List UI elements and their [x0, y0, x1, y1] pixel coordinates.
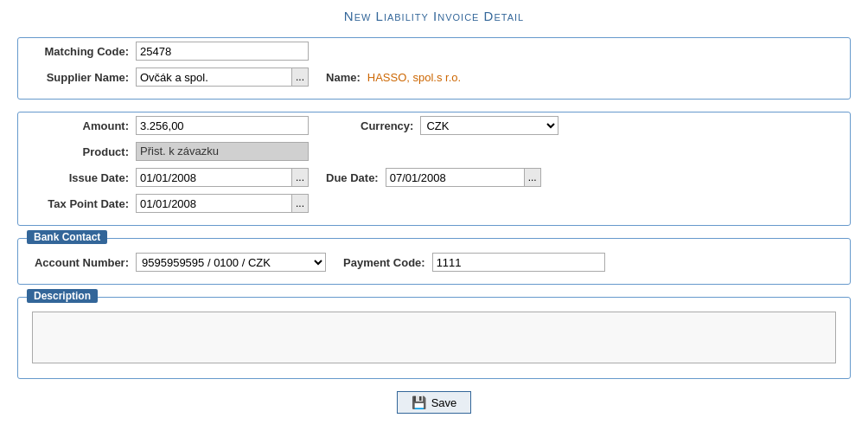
currency-select[interactable]: CZK EUR USD — [420, 116, 558, 135]
description-legend: Description — [27, 289, 98, 303]
page-title: New Liability Invoice Detail — [17, 9, 851, 23]
currency-label: Currency: — [361, 119, 420, 132]
payment-code-input[interactable] — [432, 253, 605, 272]
amount-label: Amount: — [32, 119, 136, 132]
issue-due-date-row: Issue Date: ... Due Date: ... — [32, 168, 836, 187]
product-field: Přist. k závazku — [136, 142, 309, 161]
save-label: Save — [431, 396, 457, 409]
amount-input[interactable] — [136, 116, 309, 135]
due-date-input[interactable] — [386, 168, 524, 187]
issue-date-label: Issue Date: — [32, 171, 136, 184]
matching-code-row: Matching Code: — [32, 42, 836, 61]
description-wrapper — [32, 312, 836, 366]
account-number-label: Account Number: — [32, 256, 136, 269]
due-date-label: Due Date: — [326, 171, 386, 184]
supplier-name-row: Supplier Name: ... Name: HASSO, spol.s r… — [32, 67, 836, 87]
supplier-browse-button[interactable]: ... — [291, 67, 309, 87]
description-textarea[interactable] — [32, 312, 836, 363]
name-value[interactable]: HASSO, spol.s r.o. — [367, 71, 461, 84]
tax-point-date-row: Tax Point Date: ... — [32, 194, 836, 213]
matching-code-label: Matching Code: — [32, 45, 136, 58]
payment-code-label: Payment Code: — [343, 256, 432, 269]
section-description: Description — [17, 297, 851, 379]
amount-currency-row: Amount: Currency: CZK EUR USD — [32, 116, 836, 135]
product-label: Product: — [32, 145, 136, 158]
account-number-select[interactable]: 9595959595 / 0100 / CZK — [136, 253, 326, 272]
due-date-browse-button[interactable]: ... — [524, 168, 541, 187]
save-icon: 💾 — [412, 395, 426, 409]
supplier-name-input[interactable] — [136, 67, 291, 87]
tax-point-date-input[interactable] — [136, 194, 291, 213]
supplier-name-label: Supplier Name: — [32, 71, 136, 84]
footer-actions: 💾 Save — [17, 391, 851, 414]
tax-point-date-label: Tax Point Date: — [32, 197, 136, 210]
name-label: Name: — [326, 71, 367, 84]
issue-date-input[interactable] — [136, 168, 291, 187]
account-number-row: Account Number: 9595959595 / 0100 / CZK … — [32, 253, 836, 272]
issue-date-browse-button[interactable]: ... — [291, 168, 309, 187]
bank-contact-legend: Bank Contact — [27, 230, 107, 244]
product-row: Product: Přist. k závazku — [32, 142, 836, 161]
tax-point-date-browse-button[interactable]: ... — [291, 194, 309, 213]
section-bank-contact: Bank Contact Account Number: 9595959595 … — [17, 238, 851, 285]
matching-code-input[interactable] — [136, 42, 309, 61]
section-supplier: Matching Code: Supplier Name: ... Name: … — [17, 37, 851, 100]
save-button[interactable]: 💾 Save — [397, 391, 472, 414]
section-invoice-details: Amount: Currency: CZK EUR USD Product: P… — [17, 112, 851, 226]
